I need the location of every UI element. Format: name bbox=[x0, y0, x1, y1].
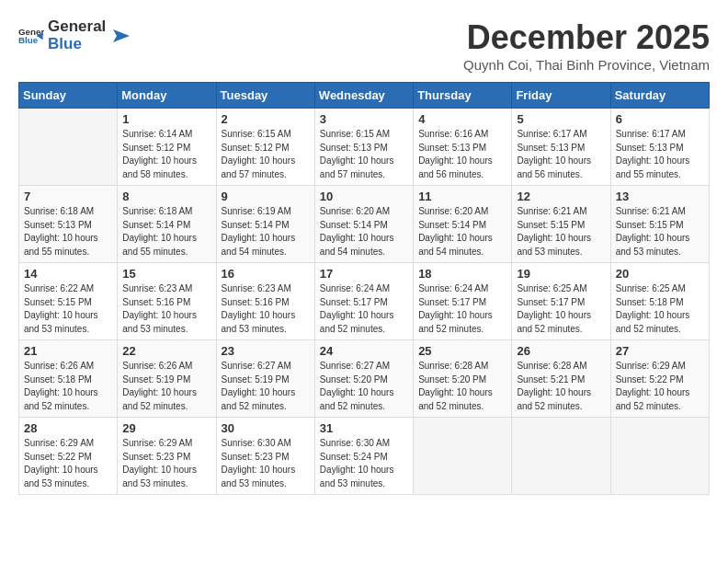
day-info: Sunrise: 6:22 AMSunset: 5:15 PMDaylight:… bbox=[24, 282, 112, 336]
calendar-cell: 9Sunrise: 6:19 AMSunset: 5:14 PMDaylight… bbox=[216, 186, 314, 263]
day-info: Sunrise: 6:29 AMSunset: 5:23 PMDaylight:… bbox=[122, 437, 210, 490]
calendar-week-row: 1Sunrise: 6:14 AMSunset: 5:12 PMDaylight… bbox=[19, 109, 710, 186]
svg-marker-3 bbox=[113, 29, 130, 42]
calendar-cell: 8Sunrise: 6:18 AMSunset: 5:14 PMDaylight… bbox=[118, 186, 216, 263]
day-info: Sunrise: 6:28 AMSunset: 5:21 PMDaylight:… bbox=[517, 360, 605, 413]
calendar-cell: 16Sunrise: 6:23 AMSunset: 5:16 PMDayligh… bbox=[216, 263, 314, 340]
calendar-cell: 22Sunrise: 6:26 AMSunset: 5:19 PMDayligh… bbox=[118, 340, 216, 418]
calendar-week-row: 28Sunrise: 6:29 AMSunset: 5:22 PMDayligh… bbox=[19, 418, 710, 495]
day-number: 26 bbox=[517, 344, 605, 358]
calendar-cell: 1Sunrise: 6:14 AMSunset: 5:12 PMDaylight… bbox=[118, 109, 216, 186]
day-info: Sunrise: 6:27 AMSunset: 5:20 PMDaylight:… bbox=[320, 360, 408, 413]
day-info: Sunrise: 6:30 AMSunset: 5:23 PMDaylight:… bbox=[222, 437, 310, 490]
day-info: Sunrise: 6:15 AMSunset: 5:13 PMDaylight:… bbox=[320, 128, 408, 181]
day-info: Sunrise: 6:24 AMSunset: 5:17 PMDaylight:… bbox=[418, 282, 506, 336]
day-number: 22 bbox=[122, 344, 210, 358]
day-number: 12 bbox=[517, 190, 605, 203]
calendar-cell: 11Sunrise: 6:20 AMSunset: 5:14 PMDayligh… bbox=[414, 186, 512, 263]
calendar-cell: 4Sunrise: 6:16 AMSunset: 5:13 PMDaylight… bbox=[414, 109, 512, 186]
day-number: 20 bbox=[616, 267, 704, 281]
day-number: 6 bbox=[616, 112, 704, 126]
calendar-cell: 23Sunrise: 6:27 AMSunset: 5:19 PMDayligh… bbox=[216, 340, 314, 418]
day-info: Sunrise: 6:20 AMSunset: 5:14 PMDaylight:… bbox=[418, 205, 506, 259]
day-info: Sunrise: 6:21 AMSunset: 5:15 PMDaylight:… bbox=[517, 205, 605, 259]
logo: General Blue General Blue bbox=[18, 18, 130, 52]
day-number: 29 bbox=[122, 421, 210, 435]
calendar-cell: 27Sunrise: 6:29 AMSunset: 5:22 PMDayligh… bbox=[610, 340, 709, 418]
day-info: Sunrise: 6:27 AMSunset: 5:19 PMDaylight:… bbox=[222, 360, 310, 413]
day-info: Sunrise: 6:23 AMSunset: 5:16 PMDaylight:… bbox=[222, 282, 310, 336]
day-info: Sunrise: 6:17 AMSunset: 5:13 PMDaylight:… bbox=[517, 128, 605, 181]
day-info: Sunrise: 6:16 AMSunset: 5:13 PMDaylight:… bbox=[418, 128, 506, 181]
day-number: 19 bbox=[517, 267, 605, 281]
day-info: Sunrise: 6:15 AMSunset: 5:12 PMDaylight:… bbox=[222, 128, 310, 181]
calendar-table: SundayMondayTuesdayWednesdayThursdayFrid… bbox=[18, 82, 710, 495]
logo-general-text: General bbox=[48, 18, 106, 36]
day-number: 28 bbox=[24, 421, 112, 435]
day-number: 4 bbox=[418, 112, 506, 126]
calendar-cell: 17Sunrise: 6:24 AMSunset: 5:17 PMDayligh… bbox=[314, 263, 413, 340]
calendar-cell: 7Sunrise: 6:18 AMSunset: 5:13 PMDaylight… bbox=[19, 186, 118, 263]
calendar-cell bbox=[19, 109, 118, 186]
calendar-cell: 31Sunrise: 6:30 AMSunset: 5:24 PMDayligh… bbox=[314, 418, 413, 495]
day-info: Sunrise: 6:18 AMSunset: 5:14 PMDaylight:… bbox=[122, 205, 210, 259]
calendar-cell: 28Sunrise: 6:29 AMSunset: 5:22 PMDayligh… bbox=[19, 418, 118, 495]
calendar-cell: 19Sunrise: 6:25 AMSunset: 5:17 PMDayligh… bbox=[512, 263, 610, 340]
day-info: Sunrise: 6:21 AMSunset: 5:15 PMDaylight:… bbox=[616, 205, 704, 259]
day-number: 21 bbox=[24, 344, 112, 358]
calendar-cell bbox=[414, 418, 512, 495]
day-number: 31 bbox=[320, 421, 408, 435]
day-info: Sunrise: 6:19 AMSunset: 5:14 PMDaylight:… bbox=[222, 205, 310, 259]
location-title: Quynh Coi, Thai Binh Province, Vietnam bbox=[463, 57, 710, 73]
title-block: December 2025 Quynh Coi, Thai Binh Provi… bbox=[463, 18, 710, 73]
calendar-cell: 14Sunrise: 6:22 AMSunset: 5:15 PMDayligh… bbox=[19, 263, 118, 340]
calendar-cell: 30Sunrise: 6:30 AMSunset: 5:23 PMDayligh… bbox=[216, 418, 314, 495]
page-header: General Blue General Blue December 2025 … bbox=[18, 18, 710, 73]
calendar-cell: 3Sunrise: 6:15 AMSunset: 5:13 PMDaylight… bbox=[314, 109, 413, 186]
svg-text:Blue: Blue bbox=[18, 35, 39, 45]
calendar-cell: 15Sunrise: 6:23 AMSunset: 5:16 PMDayligh… bbox=[118, 263, 216, 340]
calendar-cell: 29Sunrise: 6:29 AMSunset: 5:23 PMDayligh… bbox=[118, 418, 216, 495]
calendar-cell: 6Sunrise: 6:17 AMSunset: 5:13 PMDaylight… bbox=[610, 109, 709, 186]
calendar-cell: 24Sunrise: 6:27 AMSunset: 5:20 PMDayligh… bbox=[314, 340, 413, 418]
weekday-header-wednesday: Wednesday bbox=[314, 83, 413, 109]
day-info: Sunrise: 6:17 AMSunset: 5:13 PMDaylight:… bbox=[616, 128, 704, 181]
day-number: 10 bbox=[320, 190, 408, 203]
day-info: Sunrise: 6:18 AMSunset: 5:13 PMDaylight:… bbox=[24, 205, 112, 259]
day-info: Sunrise: 6:26 AMSunset: 5:19 PMDaylight:… bbox=[122, 360, 210, 413]
calendar-cell: 21Sunrise: 6:26 AMSunset: 5:18 PMDayligh… bbox=[19, 340, 118, 418]
day-number: 25 bbox=[418, 344, 506, 358]
calendar-cell bbox=[610, 418, 709, 495]
day-number: 7 bbox=[24, 190, 112, 203]
day-number: 30 bbox=[222, 421, 310, 435]
weekday-header-monday: Monday bbox=[118, 83, 216, 109]
day-number: 3 bbox=[320, 112, 408, 126]
day-info: Sunrise: 6:20 AMSunset: 5:14 PMDaylight:… bbox=[320, 205, 408, 259]
day-info: Sunrise: 6:24 AMSunset: 5:17 PMDaylight:… bbox=[320, 282, 408, 336]
day-info: Sunrise: 6:29 AMSunset: 5:22 PMDaylight:… bbox=[616, 360, 704, 413]
weekday-header-friday: Friday bbox=[512, 83, 610, 109]
weekday-header-sunday: Sunday bbox=[19, 83, 118, 109]
calendar-cell: 26Sunrise: 6:28 AMSunset: 5:21 PMDayligh… bbox=[512, 340, 610, 418]
day-number: 15 bbox=[122, 267, 210, 281]
month-title: December 2025 bbox=[463, 18, 710, 57]
calendar-week-row: 7Sunrise: 6:18 AMSunset: 5:13 PMDaylight… bbox=[19, 186, 710, 263]
day-number: 5 bbox=[517, 112, 605, 126]
day-info: Sunrise: 6:26 AMSunset: 5:18 PMDaylight:… bbox=[24, 360, 112, 413]
day-number: 16 bbox=[222, 267, 310, 281]
logo-arrow-icon bbox=[109, 26, 130, 46]
calendar-header-row: SundayMondayTuesdayWednesdayThursdayFrid… bbox=[19, 83, 710, 109]
weekday-header-saturday: Saturday bbox=[610, 83, 709, 109]
day-info: Sunrise: 6:28 AMSunset: 5:20 PMDaylight:… bbox=[418, 360, 506, 413]
day-number: 9 bbox=[222, 190, 310, 203]
day-info: Sunrise: 6:25 AMSunset: 5:17 PMDaylight:… bbox=[517, 282, 605, 336]
calendar-cell bbox=[512, 418, 610, 495]
day-number: 23 bbox=[222, 344, 310, 358]
calendar-cell: 18Sunrise: 6:24 AMSunset: 5:17 PMDayligh… bbox=[414, 263, 512, 340]
day-number: 11 bbox=[418, 190, 506, 203]
logo-icon: General Blue bbox=[18, 23, 44, 49]
day-number: 8 bbox=[122, 190, 210, 203]
day-info: Sunrise: 6:23 AMSunset: 5:16 PMDaylight:… bbox=[122, 282, 210, 336]
logo-blue-text: Blue bbox=[48, 36, 106, 53]
day-number: 14 bbox=[24, 267, 112, 281]
